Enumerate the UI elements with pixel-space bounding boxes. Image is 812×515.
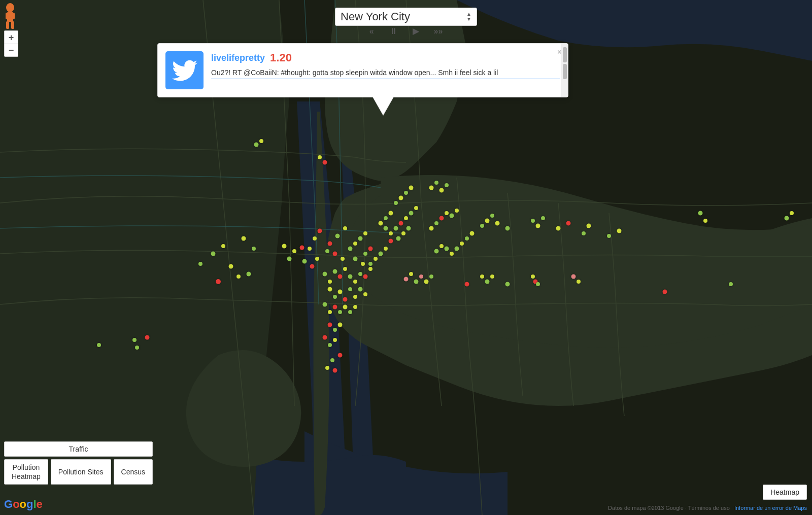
map-dot[interactable] xyxy=(343,297,348,302)
map-dot[interactable] xyxy=(455,209,459,213)
map-dot[interactable] xyxy=(389,211,393,216)
map-dot[interactable] xyxy=(318,229,322,233)
map-dot[interactable] xyxy=(348,287,352,291)
map-dot[interactable] xyxy=(424,280,429,284)
pollution-sites-button[interactable]: Pollution Sites xyxy=(51,459,111,485)
map-dot[interactable] xyxy=(450,214,454,218)
map-dot[interactable] xyxy=(292,249,296,253)
map-dot[interactable] xyxy=(419,274,423,279)
map-dot[interactable] xyxy=(302,259,307,264)
map-dot[interactable] xyxy=(577,280,581,284)
map-dot[interactable] xyxy=(541,216,545,220)
map-dot[interactable] xyxy=(221,244,225,248)
heatmap-button[interactable]: Heatmap xyxy=(763,485,807,500)
map-dot[interactable] xyxy=(429,226,434,231)
map-dot[interactable] xyxy=(434,249,439,254)
map-dot[interactable] xyxy=(282,244,287,249)
map-dot[interactable] xyxy=(363,274,368,279)
map-dot[interactable] xyxy=(310,264,315,269)
map-dot[interactable] xyxy=(300,246,304,250)
census-button[interactable]: Census xyxy=(114,459,153,485)
map-dot[interactable] xyxy=(328,343,332,347)
map-dot[interactable] xyxy=(333,328,337,332)
map-dot[interactable] xyxy=(348,310,352,314)
map-dot[interactable] xyxy=(368,267,373,271)
map-dot[interactable] xyxy=(330,358,334,362)
map-dot[interactable] xyxy=(338,274,343,279)
map-dot[interactable] xyxy=(313,236,317,241)
map-dot[interactable] xyxy=(145,335,150,340)
map-dot[interactable] xyxy=(353,280,357,284)
map-dot[interactable] xyxy=(429,186,434,190)
map-dot[interactable] xyxy=(338,323,343,327)
pause-button[interactable]: ⏸ xyxy=(389,27,397,36)
map-dot[interactable] xyxy=(338,353,343,358)
map-dot[interactable] xyxy=(343,267,347,271)
map-dot[interactable] xyxy=(315,257,319,261)
report-error-link[interactable]: Informar de un error de Maps xyxy=(734,505,807,511)
map-dot[interactable] xyxy=(333,269,337,274)
map-dot[interactable] xyxy=(328,280,332,284)
zoom-out-button[interactable]: − xyxy=(4,44,18,57)
map-dot[interactable] xyxy=(401,231,405,235)
map-dot[interactable] xyxy=(348,247,353,251)
traffic-button[interactable]: Traffic xyxy=(4,441,153,457)
map-dot[interactable] xyxy=(358,272,362,276)
map-dot[interactable] xyxy=(353,305,357,309)
map-dot[interactable] xyxy=(429,274,433,279)
map-dot[interactable] xyxy=(485,280,490,284)
map-dot[interactable] xyxy=(379,221,383,226)
map-dot[interactable] xyxy=(495,221,500,226)
map-dot[interactable] xyxy=(361,262,365,266)
map-dot[interactable] xyxy=(328,287,332,292)
map-dot[interactable] xyxy=(338,290,343,294)
map-dot[interactable] xyxy=(407,226,411,231)
map-dot[interactable] xyxy=(308,247,312,251)
map-dot[interactable] xyxy=(341,257,345,261)
map-dot[interactable] xyxy=(439,244,444,248)
map-dot[interactable] xyxy=(465,282,469,287)
map-dot[interactable] xyxy=(445,247,449,251)
map-dot[interactable] xyxy=(363,231,367,235)
map-dot[interactable] xyxy=(445,211,449,215)
map-dot[interactable] xyxy=(198,262,202,266)
map-dot[interactable] xyxy=(236,274,241,279)
map-dot[interactable] xyxy=(470,231,475,236)
map-dot[interactable] xyxy=(333,295,337,299)
map-dot[interactable] xyxy=(399,221,403,226)
map-dot[interactable] xyxy=(434,221,438,225)
map-dot[interactable] xyxy=(480,224,484,228)
map-dot[interactable] xyxy=(556,226,561,231)
pegman-icon[interactable] xyxy=(3,3,18,30)
map-dot[interactable] xyxy=(389,239,393,244)
map-dot[interactable] xyxy=(785,216,789,221)
map-dot[interactable] xyxy=(607,234,611,238)
map-dot[interactable] xyxy=(323,335,327,340)
map-dot[interactable] xyxy=(323,272,327,277)
map-dot[interactable] xyxy=(323,302,327,307)
map-dot[interactable] xyxy=(399,196,403,200)
map-dot[interactable] xyxy=(404,277,409,282)
map-dot[interactable] xyxy=(333,368,337,373)
map-dot[interactable] xyxy=(536,282,540,286)
map-dot[interactable] xyxy=(211,252,216,256)
map-dot[interactable] xyxy=(353,257,358,261)
map-dot[interactable] xyxy=(338,310,342,314)
map-dot[interactable] xyxy=(434,181,438,185)
map-dot[interactable] xyxy=(363,292,367,296)
map-dot[interactable] xyxy=(247,272,251,277)
map-dot[interactable] xyxy=(333,338,337,342)
map-dot[interactable] xyxy=(698,211,703,216)
map-dot[interactable] xyxy=(252,247,256,251)
map-dot[interactable] xyxy=(379,252,383,256)
map-dot[interactable] xyxy=(582,231,586,235)
map-dot[interactable] xyxy=(617,229,622,233)
map-dot[interactable] xyxy=(384,247,388,251)
map-dot[interactable] xyxy=(505,282,510,287)
map-dot[interactable] xyxy=(325,366,329,370)
map-dot[interactable] xyxy=(328,323,332,327)
map-dot[interactable] xyxy=(531,274,535,279)
map-dot[interactable] xyxy=(368,262,373,266)
map-dot[interactable] xyxy=(229,264,233,269)
map-dot[interactable] xyxy=(328,242,332,246)
